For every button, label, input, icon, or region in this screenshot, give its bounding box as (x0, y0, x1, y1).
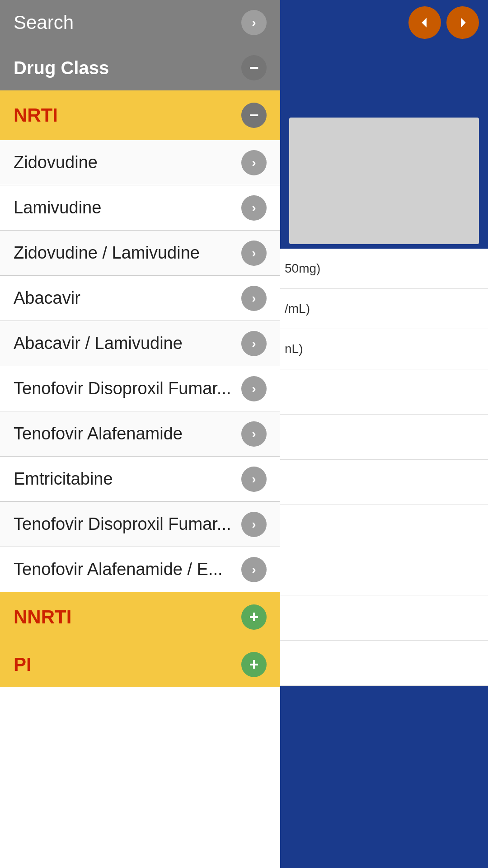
drug-item-tenofovir-alafenamide[interactable]: Tenofovir Alafenamide › (0, 411, 280, 457)
prev-icon (418, 15, 432, 30)
drug-name-tenofovir-alafenamide: Tenofovir Alafenamide (14, 424, 183, 443)
drug-name-tenofovir-df-2: Tenofovir Disoproxil Fumar... (14, 514, 231, 534)
drug-arrow-icon-emtricitabine: › (241, 467, 267, 492)
nrti-collapse-icon: − (241, 103, 267, 128)
search-arrow-icon: › (241, 10, 267, 35)
right-text-3: nL) (280, 329, 488, 369)
right-text-10 (280, 641, 488, 686)
drug-arrow-icon-tenofovir-alafenamide: › (241, 421, 267, 447)
drug-class-collapse-icon: − (241, 55, 267, 80)
right-text-5 (280, 415, 488, 460)
drug-item-abacavir[interactable]: Abacavir › (0, 276, 280, 321)
nnrti-label: NNRTI (14, 606, 71, 628)
drug-name-abacavir: Abacavir (14, 288, 80, 308)
drug-name-zidovudine: Zidovudine (14, 153, 98, 172)
drug-item-lamivudine[interactable]: Lamivudine › (0, 185, 280, 231)
drug-arrow-icon-abacavir-lamivudine: › (241, 331, 267, 356)
drug-name-lamivudine: Lamivudine (14, 198, 101, 217)
search-label: Search (14, 12, 74, 33)
drug-item-tenofovir-df-2[interactable]: Tenofovir Disoproxil Fumar... › (0, 502, 280, 547)
prev-button[interactable] (408, 6, 441, 39)
drug-item-tenofovir-alafenamide-e[interactable]: Tenofovir Alafenamide / E... › (0, 547, 280, 592)
right-text-6 (280, 460, 488, 505)
next-icon (455, 15, 470, 30)
right-text-8 (280, 550, 488, 595)
drug-name-tenofovir-alafenamide-e: Tenofovir Alafenamide / E... (14, 560, 223, 579)
right-text-7 (280, 505, 488, 550)
drug-arrow-icon-lamivudine: › (241, 195, 267, 221)
pi-header[interactable]: PI + (0, 642, 280, 687)
right-text-2: /mL) (280, 289, 488, 329)
nnrti-header[interactable]: NNRTI + (0, 592, 280, 642)
svg-marker-1 (461, 18, 466, 27)
navigation-bar (280, 0, 488, 45)
drug-arrow-icon-abacavir: › (241, 286, 267, 311)
drug-item-abacavir-lamivudine[interactable]: Abacavir / Lamivudine › (0, 321, 280, 366)
drug-name-tenofovir-df-1: Tenofovir Disoproxil Fumar... (14, 379, 231, 398)
drug-name-abacavir-lamivudine: Abacavir / Lamivudine (14, 334, 183, 353)
drug-class-label: Drug Class (14, 58, 109, 78)
right-text-9 (280, 595, 488, 641)
right-text-4 (280, 369, 488, 415)
right-text-1: 50mg) (280, 249, 488, 289)
right-panel: 50mg) /mL) nL) (280, 0, 488, 868)
nrti-label: NRTI (14, 104, 58, 126)
drug-name-zidovudine-lamivudine: Zidovudine / Lamivudine (14, 243, 200, 263)
nnrti-expand-icon: + (241, 604, 267, 630)
left-panel: Search › Drug Class − NRTI − Zidovudine … (0, 0, 280, 868)
drug-arrow-icon-zidovudine: › (241, 150, 267, 175)
next-button[interactable] (446, 6, 479, 39)
drug-arrow-icon-zidovudine-lamivudine: › (241, 241, 267, 266)
drug-item-zidovudine-lamivudine[interactable]: Zidovudine / Lamivudine › (0, 231, 280, 276)
search-bar[interactable]: Search › (0, 0, 280, 45)
drug-item-zidovudine[interactable]: Zidovudine › (0, 140, 280, 185)
drug-item-tenofovir-df-1[interactable]: Tenofovir Disoproxil Fumar... › (0, 366, 280, 411)
drug-arrow-icon-tenofovir-df-2: › (241, 512, 267, 537)
drug-name-emtricitabine: Emtricitabine (14, 469, 113, 489)
pi-expand-icon: + (241, 652, 267, 677)
svg-marker-0 (422, 18, 427, 27)
drug-arrow-icon-tenofovir-alafenamide-e: › (241, 557, 267, 582)
drug-class-header[interactable]: Drug Class − (0, 45, 280, 90)
nrti-header[interactable]: NRTI − (0, 90, 280, 140)
pi-label: PI (14, 654, 32, 675)
right-content-area (289, 118, 479, 244)
drug-arrow-icon-tenofovir-df-1: › (241, 376, 267, 401)
drug-item-emtricitabine[interactable]: Emtricitabine › (0, 457, 280, 502)
